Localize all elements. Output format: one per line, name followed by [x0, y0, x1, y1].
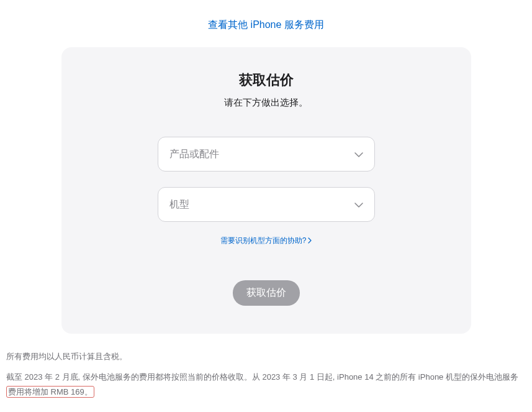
identify-model-help-link[interactable]: 需要识别机型方面的协助? [220, 236, 312, 246]
card-subtitle: 请在下方做出选择。 [61, 97, 471, 109]
estimate-card: 获取估价 请在下方做出选择。 产品或配件 机型 需要识别机型方面的协助? [61, 47, 471, 334]
top-link-row: 查看其他 iPhone 服务费用 [0, 0, 532, 47]
chevron-down-icon [354, 199, 363, 210]
model-select-placeholder: 机型 [169, 198, 189, 211]
footer-line-1: 所有费用均以人民币计算且含税。 [6, 349, 526, 365]
product-select-placeholder: 产品或配件 [169, 148, 219, 161]
card-title: 获取估价 [61, 71, 471, 89]
footer-text: 所有费用均以人民币计算且含税。 截至 2023 年 2 月底, 保外电池服务的费… [0, 334, 532, 400]
product-select[interactable]: 产品或配件 [158, 137, 375, 172]
chevron-right-icon [308, 237, 312, 245]
help-link-row: 需要识别机型方面的协助? [61, 234, 471, 246]
other-service-fee-link[interactable]: 查看其他 iPhone 服务费用 [208, 19, 324, 30]
footer-line2-part1: 截至 2023 年 2 月底, 保外电池服务的费用都将按照当前的价格收取。从 2… [6, 372, 518, 382]
help-link-label: 需要识别机型方面的协助? [220, 236, 307, 246]
get-estimate-button[interactable]: 获取估价 [233, 280, 300, 306]
model-select[interactable]: 机型 [158, 187, 375, 222]
product-select-wrapper: 产品或配件 [158, 137, 375, 172]
price-increase-highlight: 费用将增加 RMB 169。 [6, 386, 94, 398]
model-select-wrapper: 机型 [158, 187, 375, 222]
chevron-down-icon [354, 149, 363, 160]
footer-line-2: 截至 2023 年 2 月底, 保外电池服务的费用都将按照当前的价格收取。从 2… [6, 370, 526, 400]
